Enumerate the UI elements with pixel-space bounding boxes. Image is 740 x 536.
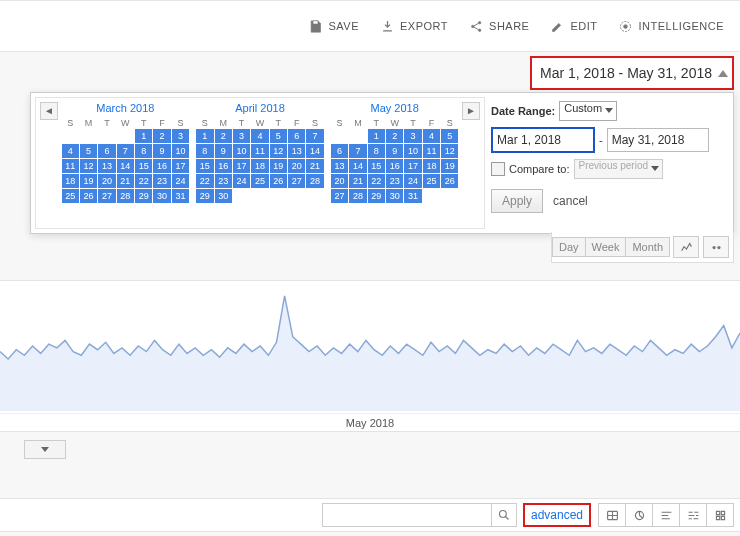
calendar-day-cell[interactable]: 20 — [98, 174, 115, 188]
calendar-day-cell[interactable]: 17 — [233, 159, 250, 173]
date-range-select[interactable]: Custom — [559, 101, 617, 121]
calendar-month-title[interactable]: May 2018 — [330, 98, 459, 118]
edit-button[interactable]: EDIT — [539, 1, 607, 51]
granularity-week[interactable]: Week — [585, 237, 627, 257]
granularity-month[interactable]: Month — [625, 237, 670, 257]
calendar-day-cell[interactable]: 24 — [233, 174, 250, 188]
calendar-day-cell[interactable]: 8 — [368, 144, 385, 158]
calendar-day-cell[interactable]: 9 — [153, 144, 170, 158]
date-range-display[interactable]: Mar 1, 2018 - May 31, 2018 — [530, 56, 734, 90]
calendar-day-cell[interactable]: 3 — [172, 129, 189, 143]
compare-select[interactable]: Previous period — [574, 159, 663, 179]
calendar-day-cell[interactable]: 5 — [80, 144, 97, 158]
export-button[interactable]: EXPORT — [369, 1, 458, 51]
calendar-prev-button[interactable]: ◄ — [40, 102, 58, 120]
end-date-input[interactable]: May 31, 2018 — [607, 128, 709, 152]
calendar-day-cell[interactable]: 27 — [331, 189, 348, 203]
calendar-day-cell[interactable]: 29 — [135, 189, 152, 203]
view-performance-button[interactable] — [652, 503, 680, 527]
calendar-day-cell[interactable]: 29 — [196, 189, 213, 203]
calendar-day-cell[interactable]: 8 — [196, 144, 213, 158]
calendar-day-cell[interactable]: 22 — [368, 174, 385, 188]
calendar-day-cell[interactable]: 9 — [386, 144, 403, 158]
advanced-link[interactable]: advanced — [531, 508, 583, 522]
calendar-day-cell[interactable]: 16 — [215, 159, 232, 173]
intelligence-button[interactable]: INTELLIGENCE — [608, 1, 734, 51]
calendar-day-cell[interactable]: 23 — [153, 174, 170, 188]
calendar-day-cell[interactable]: 11 — [423, 144, 440, 158]
view-pivot-button[interactable] — [706, 503, 734, 527]
calendar-next-button[interactable]: ► — [462, 102, 480, 120]
calendar-day-cell[interactable]: 27 — [98, 189, 115, 203]
calendar-day-cell[interactable]: 7 — [306, 129, 323, 143]
calendar-day-cell[interactable]: 3 — [233, 129, 250, 143]
calendar-day-cell[interactable]: 25 — [62, 189, 79, 203]
calendar-month-title[interactable]: March 2018 — [61, 98, 190, 118]
granularity-day[interactable]: Day — [552, 237, 586, 257]
calendar-day-cell[interactable]: 25 — [251, 174, 268, 188]
calendar-day-cell[interactable]: 28 — [349, 189, 366, 203]
calendar-day-cell[interactable]: 15 — [135, 159, 152, 173]
calendar-day-cell[interactable]: 15 — [196, 159, 213, 173]
calendar-day-cell[interactable]: 25 — [423, 174, 440, 188]
calendar-day-cell[interactable]: 18 — [62, 174, 79, 188]
calendar-day-cell[interactable]: 26 — [80, 189, 97, 203]
calendar-day-cell[interactable]: 30 — [386, 189, 403, 203]
calendar-day-cell[interactable]: 2 — [153, 129, 170, 143]
calendar-day-cell[interactable]: 14 — [349, 159, 366, 173]
chart-compare-toggle[interactable] — [703, 236, 729, 258]
calendar-day-cell[interactable]: 2 — [386, 129, 403, 143]
calendar-day-cell[interactable]: 12 — [441, 144, 458, 158]
calendar-day-cell[interactable]: 29 — [368, 189, 385, 203]
calendar-day-cell[interactable]: 8 — [135, 144, 152, 158]
calendar-day-cell[interactable]: 9 — [215, 144, 232, 158]
calendar-day-cell[interactable]: 16 — [386, 159, 403, 173]
calendar-day-cell[interactable]: 4 — [62, 144, 79, 158]
calendar-day-cell[interactable]: 7 — [349, 144, 366, 158]
calendar-day-cell[interactable]: 18 — [251, 159, 268, 173]
calendar-day-cell[interactable]: 31 — [172, 189, 189, 203]
calendar-day-cell[interactable]: 1 — [196, 129, 213, 143]
calendar-day-cell[interactable]: 14 — [117, 159, 134, 173]
calendar-day-cell[interactable]: 23 — [386, 174, 403, 188]
calendar-day-cell[interactable]: 5 — [441, 129, 458, 143]
search-input[interactable] — [323, 505, 491, 525]
calendar-day-cell[interactable]: 17 — [404, 159, 421, 173]
calendar-day-cell[interactable]: 6 — [331, 144, 348, 158]
calendar-day-cell[interactable]: 28 — [306, 174, 323, 188]
save-button[interactable]: SAVE — [298, 1, 370, 51]
calendar-day-cell[interactable]: 24 — [404, 174, 421, 188]
search-button[interactable] — [491, 504, 516, 526]
share-button[interactable]: SHARE — [458, 1, 539, 51]
calendar-day-cell[interactable]: 30 — [153, 189, 170, 203]
calendar-day-cell[interactable]: 6 — [288, 129, 305, 143]
calendar-day-cell[interactable]: 13 — [331, 159, 348, 173]
view-table-button[interactable] — [598, 503, 626, 527]
apply-button[interactable]: Apply — [491, 189, 543, 213]
calendar-day-cell[interactable]: 10 — [233, 144, 250, 158]
calendar-day-cell[interactable]: 18 — [423, 159, 440, 173]
compare-checkbox[interactable] — [491, 162, 505, 176]
calendar-day-cell[interactable]: 26 — [270, 174, 287, 188]
calendar-day-cell[interactable]: 28 — [117, 189, 134, 203]
calendar-day-cell[interactable]: 12 — [80, 159, 97, 173]
calendar-day-cell[interactable]: 13 — [288, 144, 305, 158]
calendar-day-cell[interactable]: 5 — [270, 129, 287, 143]
calendar-day-cell[interactable]: 27 — [288, 174, 305, 188]
calendar-day-cell[interactable]: 17 — [172, 159, 189, 173]
view-pie-button[interactable] — [625, 503, 653, 527]
cancel-button[interactable]: cancel — [553, 194, 588, 208]
calendar-day-cell[interactable]: 21 — [306, 159, 323, 173]
calendar-day-cell[interactable]: 1 — [368, 129, 385, 143]
calendar-day-cell[interactable]: 10 — [404, 144, 421, 158]
start-date-input[interactable]: Mar 1, 2018 — [491, 127, 595, 153]
calendar-day-cell[interactable]: 20 — [288, 159, 305, 173]
calendar-day-cell[interactable]: 11 — [62, 159, 79, 173]
calendar-day-cell[interactable]: 15 — [368, 159, 385, 173]
calendar-day-cell[interactable]: 7 — [117, 144, 134, 158]
calendar-day-cell[interactable]: 10 — [172, 144, 189, 158]
calendar-day-cell[interactable]: 2 — [215, 129, 232, 143]
calendar-day-cell[interactable]: 21 — [349, 174, 366, 188]
calendar-day-cell[interactable]: 30 — [215, 189, 232, 203]
calendar-day-cell[interactable]: 24 — [172, 174, 189, 188]
